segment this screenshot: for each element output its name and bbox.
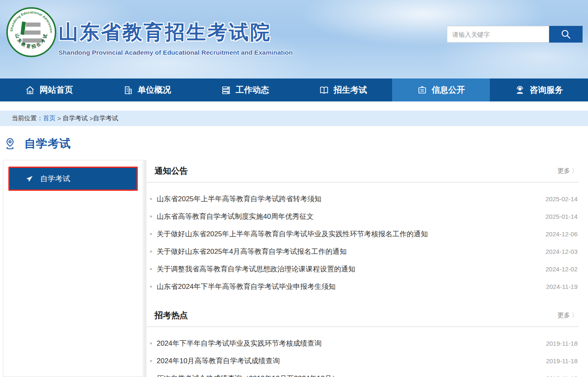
section-notices: 通知公告 更多 〉 山东省2025年上半年高等教育自学考试跨省转考须知 2025… bbox=[147, 160, 578, 295]
section-header: 通知公告 更多 〉 bbox=[147, 160, 578, 182]
more-link[interactable]: 更多 〉 bbox=[558, 167, 578, 175]
more-label: 更多 bbox=[558, 311, 570, 319]
list-item-title: 2024年10月高等教育自学考试成绩查询 bbox=[157, 356, 537, 366]
bullet-icon bbox=[150, 215, 152, 218]
list-item[interactable]: 2024年下半年自学考试毕业及实践环节考核成绩查询 2019-11-18 bbox=[147, 334, 578, 352]
nav-item-news[interactable]: 工作动态 bbox=[196, 78, 294, 101]
more-link[interactable]: 更多 〉 bbox=[558, 311, 578, 319]
page-header: 自学考试 bbox=[4, 136, 71, 151]
list-item-title: 2024年下半年自学考试毕业及实践环节考核成绩查询 bbox=[157, 339, 537, 348]
list-item[interactable]: 关于做好山东省2025年上半年高等教育自学考试毕业及实践性环节考核报名工作的通知… bbox=[147, 225, 578, 243]
sidebar: 自学考试 bbox=[3, 160, 143, 377]
site-title: 山东省教育招生考试院 bbox=[58, 19, 293, 46]
breadcrumb-separator: > bbox=[56, 115, 63, 122]
section-hot-topics: 招考热点 更多 〉 2024年下半年自学考试毕业及实践环节考核成绩查询 2019… bbox=[147, 304, 578, 377]
bullet-icon bbox=[150, 360, 152, 362]
list-item-date: 2024-11-19 bbox=[546, 283, 578, 290]
list-item-date: 2024-12-03 bbox=[545, 248, 578, 255]
nav-item-label: 咨询服务 bbox=[530, 84, 563, 96]
location-pin-icon bbox=[4, 137, 16, 150]
nav-item-label: 单位概况 bbox=[138, 84, 171, 96]
nav-item-label: 工作动态 bbox=[236, 84, 269, 96]
nav-item-consulting[interactable]: 咨询服务 bbox=[490, 78, 588, 101]
list-item-date: 2024-12-02 bbox=[545, 266, 578, 273]
nav-item-exams[interactable]: 招生考试 bbox=[294, 78, 392, 101]
breadcrumb: 当前位置： 首页 > 自学考试 > 自学考试 bbox=[0, 111, 588, 126]
list-item[interactable]: 山东省2024年下半年高等教育自学考试毕业申报考生须知 2024-11-19 bbox=[147, 278, 578, 295]
bullet-icon bbox=[150, 233, 152, 235]
search-button[interactable] bbox=[549, 26, 583, 43]
brand-block: 山东省教育招生考试院 Shandong Provincial Academy o… bbox=[58, 19, 293, 56]
list-item-date: 2024-12-06 bbox=[545, 230, 578, 238]
paper-plane-icon bbox=[25, 175, 33, 183]
bullet-icon bbox=[150, 268, 152, 270]
nav-item-label: 网站首页 bbox=[40, 84, 73, 96]
nav-item-label: 信息公开 bbox=[432, 84, 465, 96]
main-content: 通知公告 更多 〉 山东省2025年上半年高等教育自学考试跨省转考须知 2025… bbox=[147, 160, 578, 377]
list-item-title: 关于调整我省高等教育自学考试思想政治理论课课程设置的通知 bbox=[157, 264, 537, 274]
site-logo: Shandong Educational Admission & Examina… bbox=[6, 7, 57, 58]
list-item-title: 山东省2024年下半年高等教育自学考试毕业申报考生须知 bbox=[157, 282, 537, 291]
notice-list: 山东省2025年上半年高等教育自学考试跨省转考须知 2025-02-14 山东省… bbox=[147, 182, 578, 295]
bullet-icon bbox=[150, 198, 152, 200]
list-item-date: 2019-11-18 bbox=[546, 375, 578, 377]
more-label: 更多 bbox=[558, 167, 570, 175]
nav-item-about[interactable]: 单位概况 bbox=[98, 78, 196, 101]
hot-topic-list: 2024年下半年自学考试毕业及实践环节考核成绩查询 2019-11-18 202… bbox=[147, 327, 578, 377]
sidebar-content-divider bbox=[144, 160, 147, 377]
building-icon bbox=[123, 85, 133, 95]
main-nav: 网站首页 单位概况 工作动态 招生考试 信息公开 bbox=[0, 78, 588, 101]
news-icon bbox=[221, 85, 231, 95]
home-icon bbox=[25, 85, 35, 95]
list-item[interactable]: 山东省2025年上半年高等教育自学考试跨省转考须知 2025-02-14 bbox=[147, 190, 578, 207]
list-item[interactable]: 山东省高等教育自学考试制度实施40周年优秀征文 2025-01-14 bbox=[147, 207, 578, 225]
nav-item-label: 招生考试 bbox=[334, 84, 367, 96]
list-item-date: 2019-11-18 bbox=[546, 357, 578, 364]
list-item-title: 山东省高等教育自学考试制度实施40周年优秀征文 bbox=[157, 212, 537, 221]
section-title: 招考热点 bbox=[155, 310, 188, 321]
section-header: 招考热点 更多 〉 bbox=[147, 304, 578, 327]
list-item-date: 2025-02-14 bbox=[545, 195, 578, 202]
search-input[interactable] bbox=[447, 26, 549, 43]
site-banner: Shandong Educational Admission & Examina… bbox=[0, 0, 588, 78]
list-item[interactable]: 关于做好山东省2025年4月高等教育自学考试报名工作的通知 2024-12-03 bbox=[147, 243, 578, 260]
breadcrumb-separator: > bbox=[88, 115, 93, 122]
list-item-title: 关于做好山东省2025年上半年高等教育自学考试毕业及实践性环节考核报名工作的通知 bbox=[157, 229, 537, 239]
breadcrumb-prefix: 当前位置： bbox=[12, 114, 43, 122]
book-icon bbox=[319, 85, 329, 95]
clipboard-icon bbox=[417, 85, 427, 95]
site-subtitle: Shandong Provincial Academy of Education… bbox=[58, 49, 293, 56]
nav-item-home[interactable]: 网站首页 bbox=[0, 78, 98, 101]
bullet-icon bbox=[150, 250, 152, 253]
page-title: 自学考试 bbox=[24, 136, 71, 151]
list-item[interactable]: 关于调整我省高等教育自学考试思想政治理论课课程设置的通知 2024-12-02 bbox=[147, 260, 578, 278]
sidebar-item-self-study-exam[interactable]: 自学考试 bbox=[8, 167, 138, 191]
list-item-title: 关于做好山东省2025年4月高等教育自学考试报名工作的通知 bbox=[157, 247, 537, 256]
list-item[interactable]: 2024年10月高等教育自学考试成绩查询 2019-11-18 bbox=[147, 352, 578, 369]
sidebar-item-label: 自学考试 bbox=[40, 174, 70, 184]
list-item-date: 2025-01-14 bbox=[545, 213, 578, 220]
bullet-icon bbox=[150, 286, 152, 288]
list-item[interactable]: 历次自学考试合格成绩查询（2010年10月至2024年10月） 2019-11-… bbox=[147, 369, 578, 377]
service-icon bbox=[515, 85, 525, 95]
list-item-date: 2019-11-18 bbox=[546, 340, 578, 347]
search-icon bbox=[560, 29, 571, 40]
chevron-right-icon: 〉 bbox=[572, 312, 578, 319]
bullet-icon bbox=[150, 342, 152, 344]
list-item-title: 历次自学考试合格成绩查询（2010年10月至2024年10月） bbox=[157, 374, 537, 377]
nav-item-info-disclosure[interactable]: 信息公开 bbox=[392, 78, 490, 101]
list-item-title: 山东省2025年上半年高等教育自学考试跨省转考须知 bbox=[157, 194, 537, 204]
section-title: 通知公告 bbox=[155, 165, 188, 177]
breadcrumb-home-link[interactable]: 首页 bbox=[43, 114, 56, 122]
breadcrumb-level1: 自学考试 bbox=[63, 114, 88, 122]
search-bar bbox=[447, 26, 583, 43]
chevron-right-icon: 〉 bbox=[572, 167, 578, 175]
breadcrumb-current: 自学考试 bbox=[93, 114, 118, 122]
